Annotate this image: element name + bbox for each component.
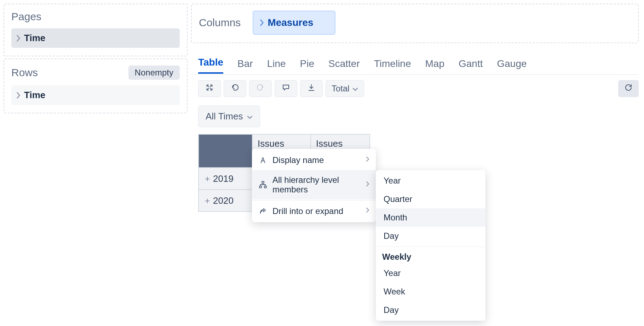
expand-icon [206, 84, 213, 94]
sub-weekly-day[interactable]: Day [376, 301, 485, 319]
total-dropdown[interactable]: Total [326, 80, 364, 97]
columns-dim-measures[interactable]: Measures [253, 11, 335, 35]
ctx-label: All hierarchy level members [272, 175, 361, 195]
pages-dim-time[interactable]: Time [11, 28, 180, 48]
expand-icon: ＋ [203, 173, 210, 184]
sub-weekly-week[interactable]: Week [376, 282, 485, 301]
comment-button[interactable] [275, 80, 297, 97]
refresh-icon [624, 83, 633, 94]
sub-quarter[interactable]: Quarter [376, 190, 485, 208]
chevron-down-icon [247, 111, 253, 122]
svg-rect-0 [262, 181, 264, 183]
rows-panel: Rows Nonempty Time [4, 58, 188, 113]
tab-pie[interactable]: Pie [300, 58, 314, 74]
columns-title: Columns [199, 17, 241, 29]
redo-button[interactable] [249, 80, 272, 97]
tab-line[interactable]: Line [267, 58, 286, 74]
share-arrow-icon [258, 207, 268, 215]
chevron-right-icon [366, 156, 369, 164]
expand-collapse-button[interactable] [198, 80, 221, 97]
pages-title: Pages [11, 11, 41, 23]
pages-dim-label: Time [24, 33, 45, 44]
chevron-right-icon [16, 92, 21, 99]
sub-weekly-year[interactable]: Year [376, 264, 485, 282]
columns-dim-label: Measures [268, 17, 313, 28]
sub-day[interactable]: Day [376, 227, 485, 245]
svg-rect-1 [259, 186, 261, 188]
total-label: Total [332, 84, 350, 94]
refresh-button[interactable] [618, 80, 639, 97]
tab-scatter[interactable]: Scatter [328, 58, 360, 74]
sub-month[interactable]: Month [376, 208, 485, 227]
ctx-label: Drill into or expand [272, 206, 361, 216]
tab-map[interactable]: Map [425, 58, 444, 74]
rows-dim-time[interactable]: Time [11, 85, 180, 105]
expand-icon: ＋ [203, 195, 210, 206]
context-menu: Display name All hierarchy level members… [252, 149, 376, 222]
download-icon [307, 84, 315, 94]
tab-timeline[interactable]: Timeline [374, 58, 411, 74]
ctx-drill-expand[interactable]: Drill into or expand [252, 201, 376, 221]
row-header-2019[interactable]: ＋ 2019 [199, 167, 253, 189]
redo-icon [256, 83, 265, 94]
download-button[interactable] [300, 80, 323, 97]
rows-dim-label: Time [24, 90, 45, 101]
table-corner [199, 135, 253, 167]
ctx-separator [252, 200, 376, 201]
ctx-hierarchy-level-members[interactable]: All hierarchy level members [252, 170, 376, 199]
nonempty-toggle[interactable]: Nonempty [128, 66, 180, 80]
chevron-right-icon [366, 207, 369, 215]
columns-panel: Columns Measures [191, 4, 639, 43]
ctx-display-name[interactable]: Display name [252, 150, 376, 170]
tab-bar[interactable]: Bar [237, 58, 253, 74]
sub-section-weekly: Weekly [376, 247, 485, 264]
chevron-right-icon [16, 35, 21, 41]
toolbar: Total [198, 80, 639, 97]
row-header-2020[interactable]: ＋ 2020 [199, 189, 253, 211]
chevron-down-icon [352, 84, 358, 94]
text-icon [258, 156, 268, 164]
undo-button[interactable] [224, 80, 246, 97]
svg-rect-2 [264, 186, 266, 188]
tab-gantt[interactable]: Gantt [459, 58, 483, 74]
alltimes-dropdown[interactable]: All Times [198, 106, 260, 127]
hierarchy-icon [258, 180, 268, 189]
undo-icon [231, 83, 239, 94]
view-tabs: Table Bar Line Pie Scatter Timeline Map … [198, 57, 527, 74]
pages-panel: Pages Time [4, 4, 188, 56]
rows-title: Rows [11, 67, 38, 79]
chevron-right-icon [260, 19, 264, 26]
chevron-right-icon [366, 181, 369, 189]
sub-year[interactable]: Year [376, 172, 485, 190]
row-header-label: 2019 [213, 173, 234, 184]
ctx-label: Display name [272, 155, 361, 165]
row-header-label: 2020 [213, 195, 234, 206]
tab-gauge[interactable]: Gauge [497, 58, 527, 74]
comment-icon [282, 83, 290, 94]
tab-underline [191, 74, 639, 75]
tab-table[interactable]: Table [198, 57, 223, 74]
alltimes-label: All Times [206, 111, 243, 122]
hierarchy-submenu: Year Quarter Month Day Weekly Year Week … [376, 170, 485, 321]
